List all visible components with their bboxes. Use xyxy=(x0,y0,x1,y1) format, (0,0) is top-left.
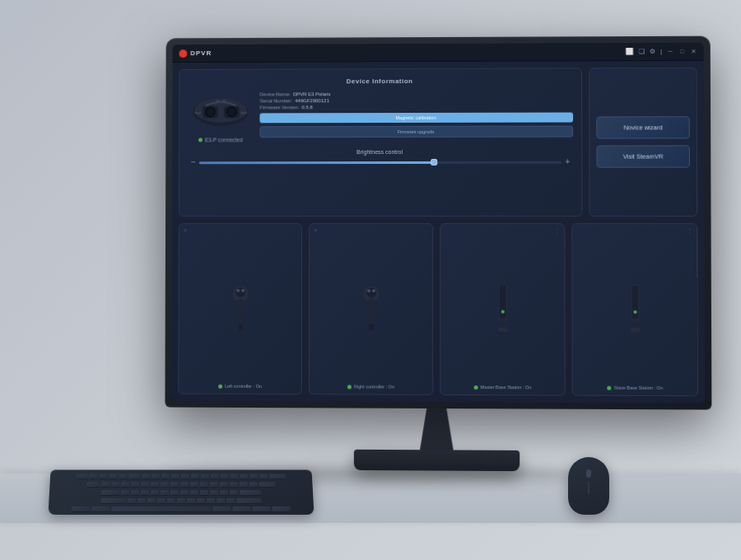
svg-point-18 xyxy=(366,287,375,297)
key xyxy=(121,482,129,488)
right-controller-label: Right controller : On xyxy=(354,384,394,389)
device-info-card: Device Information xyxy=(179,68,583,217)
device-details: Device Name: DPVR E3 Polaris Serial Numb… xyxy=(259,91,573,142)
brand-label: DPVR xyxy=(190,49,212,57)
key xyxy=(220,482,228,488)
key xyxy=(109,474,117,479)
close-button[interactable]: ✕ xyxy=(690,48,697,54)
key xyxy=(191,474,199,479)
key xyxy=(253,506,271,512)
key xyxy=(161,490,169,496)
keyboard-row-1 xyxy=(57,474,305,479)
detail-name-row: Device Name: DPVR E3 Polaris xyxy=(260,91,574,96)
right-controller-dot xyxy=(347,385,352,389)
monitor-bezel: DPVR ⬜ ❑ ⚙ | ─ □ ✕ xyxy=(171,43,705,404)
monitor-stand-base xyxy=(354,450,520,471)
key xyxy=(180,482,189,488)
left-controller-status: Left controller : On xyxy=(218,384,262,389)
novice-wizard-button[interactable]: Novice wizard xyxy=(596,116,689,138)
left-controller-label: Left controller : On xyxy=(225,384,262,389)
card-dots-icon[interactable]: ⋮ xyxy=(554,227,560,234)
device-image-area: E3-P connected xyxy=(188,92,254,143)
key xyxy=(269,474,286,479)
serial-label: Serial Number: xyxy=(259,98,292,103)
svg-rect-26 xyxy=(497,327,507,331)
key xyxy=(177,498,185,504)
key xyxy=(249,482,258,488)
master-base-label: Master Base Station : On xyxy=(480,385,531,390)
svg-rect-17 xyxy=(367,299,374,328)
key xyxy=(259,482,276,488)
key xyxy=(249,474,258,479)
key xyxy=(72,506,90,512)
svg-point-12 xyxy=(235,287,245,297)
key xyxy=(161,474,170,479)
key xyxy=(161,482,169,488)
monitor-wrapper: DPVR ⬜ ❑ ⚙ | ─ □ ✕ xyxy=(67,12,627,418)
key xyxy=(147,498,156,504)
card-menu-icon-2[interactable]: ≡ xyxy=(314,227,317,233)
connected-label: E3-P connected xyxy=(198,137,243,142)
minimize-button[interactable]: ─ xyxy=(667,48,673,54)
key xyxy=(141,490,149,496)
visit-steamvr-button[interactable]: Visit SteamVR xyxy=(596,145,690,167)
screen: DPVR ⬜ ❑ ⚙ | ─ □ ✕ xyxy=(171,43,705,404)
svg-rect-21 xyxy=(368,324,373,330)
svg-point-6 xyxy=(206,108,213,115)
serial-value: 449GF2900121 xyxy=(295,98,329,103)
master-base-figure xyxy=(495,237,510,381)
action-buttons: Magnetic calibration Firmware upgrade xyxy=(259,113,573,138)
key xyxy=(119,474,127,479)
key xyxy=(230,490,238,496)
key xyxy=(187,498,195,504)
left-controller-figure xyxy=(231,237,249,380)
key xyxy=(273,506,291,512)
key xyxy=(212,506,231,512)
keyboard xyxy=(48,470,314,515)
firmware-upgrade-button[interactable]: Firmware upgrade xyxy=(259,126,573,138)
master-base-station-card: ⋮ xyxy=(440,223,565,396)
key xyxy=(90,474,98,479)
device-info-title: Device Information xyxy=(188,77,573,85)
name-value: DPVR E3 Polaris xyxy=(293,91,331,96)
brightness-thumb[interactable] xyxy=(431,159,437,166)
key xyxy=(151,474,160,479)
brightness-plus-icon[interactable]: + xyxy=(565,158,570,166)
key xyxy=(170,482,179,488)
detail-serial-row: Serial Number: 449GF2900121 xyxy=(259,97,573,103)
slave-base-figure xyxy=(627,237,643,382)
key xyxy=(86,482,100,488)
maximize-button[interactable]: □ xyxy=(678,48,685,54)
key xyxy=(240,474,248,479)
key xyxy=(211,474,219,479)
slave-base-image xyxy=(627,282,642,337)
firmware-label: Firmware Version: xyxy=(259,105,299,110)
key xyxy=(171,474,179,479)
magnetic-calibration-button[interactable]: Magnetic calibration xyxy=(259,113,573,124)
key xyxy=(217,498,225,504)
monitor-stand-neck xyxy=(412,408,461,455)
key xyxy=(180,490,189,496)
slave-base-label: Slave Base Station : On xyxy=(614,385,663,390)
brightness-title: Brightness control xyxy=(188,149,573,156)
master-base-dot xyxy=(473,385,478,390)
device-info-inner: E3-P connected Device Name: DPVR E3 Pola… xyxy=(188,91,573,142)
key xyxy=(111,482,119,488)
firmware-value: 0.5.8 xyxy=(302,105,313,110)
brightness-minus-icon[interactable]: − xyxy=(191,158,196,166)
key xyxy=(157,498,165,504)
connected-text: E3-P connected xyxy=(205,137,243,142)
master-base-status: Master Base Station : On xyxy=(473,385,531,390)
brightness-track[interactable] xyxy=(199,161,562,164)
headset-image xyxy=(190,92,252,129)
mouse-scroll-wheel xyxy=(586,469,591,478)
logo-icon xyxy=(179,49,187,58)
slave-base-station-card: ⋮ xyxy=(571,223,698,396)
key xyxy=(131,490,139,496)
card-dots-icon-2[interactable]: ⋮ xyxy=(687,227,692,234)
mouse-divider xyxy=(589,482,590,494)
card-menu-icon[interactable]: ≡ xyxy=(184,227,187,233)
scene: DPVR ⬜ ❑ ⚙ | ─ □ ✕ xyxy=(0,0,741,560)
svg-point-13 xyxy=(236,289,240,292)
settings-icon: ⚙ xyxy=(650,48,655,55)
